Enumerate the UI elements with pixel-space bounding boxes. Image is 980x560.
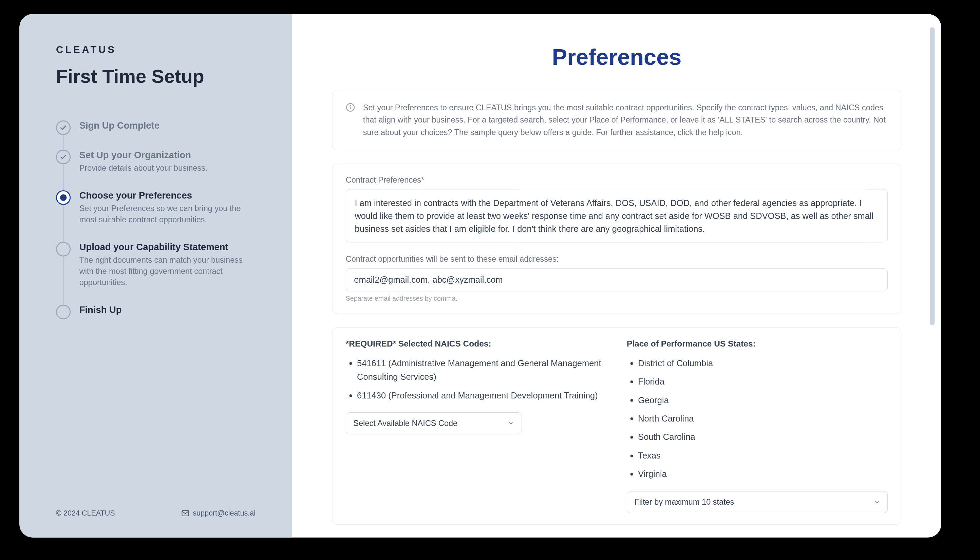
naics-list: 541611 (Administrative Management and Ge… [346,357,607,403]
step-choose-preferences[interactable]: Choose your Preferences Set your Prefere… [56,190,256,242]
check-icon [56,120,71,135]
naics-item: 541611 (Administrative Management and Ge… [357,357,607,384]
step-setup-org[interactable]: Set Up your Organization Provide details… [56,150,256,190]
page-title: First Time Setup [56,65,256,87]
naics-select[interactable]: Select Available NAICS Code [346,412,522,435]
naics-select-placeholder: Select Available NAICS Code [353,419,458,428]
step-signup-complete[interactable]: Sign Up Complete [56,120,256,149]
state-item: Virginia [638,467,888,481]
sidebar: CLEATUS First Time Setup Sign Up Complet… [19,14,292,538]
state-item: North Carolina [638,412,888,426]
naics-column: *REQUIRED* Selected NAICS Codes: 541611 … [346,339,607,513]
states-label: Place of Performance US States: [627,339,888,348]
states-select-placeholder: Filter by maximum 10 states [634,497,734,507]
step-upload-capability[interactable]: Upload your Capability Statement The rig… [56,242,256,305]
svg-point-3 [350,105,351,105]
scrollbar[interactable] [930,27,935,524]
email-label: Contract opportunities will be sent to t… [346,254,888,263]
step-desc: Provide details about your business. [80,162,256,173]
step-desc: The right documents can match your busin… [80,254,256,288]
state-item: Georgia [638,393,888,407]
device-frame: CLEATUS First Time Setup Sign Up Complet… [7,2,954,550]
naics-label: *REQUIRED* Selected NAICS Codes: [346,339,607,348]
sidebar-footer: © 2024 CLEATUS support@cleatus.ai [56,509,256,517]
contract-prefs-card: Contract Preferences* Contract opportuni… [332,163,901,313]
svg-rect-0 [182,510,189,516]
states-list: District of Columbia Florida Georgia Nor… [627,357,888,481]
step-title: Finish Up [80,305,256,315]
step-title: Sign Up Complete [80,120,256,131]
check-icon [56,150,71,164]
state-item: District of Columbia [638,357,888,370]
pending-step-icon [56,242,71,256]
state-item: Texas [638,449,888,463]
state-item: Florida [638,375,888,388]
states-column: Place of Performance US States: District… [627,339,888,513]
main-content: Preferences Set your Preferences to ensu… [292,14,941,538]
main-title: Preferences [332,44,901,70]
app-window: CLEATUS First Time Setup Sign Up Complet… [19,14,941,538]
email-helper: Separate email addresses by comma. [346,294,888,302]
active-step-icon [56,190,71,205]
info-card: Set your Preferences to ensure CLEATUS b… [332,90,901,150]
scroll-thumb[interactable] [930,27,935,325]
chevron-down-icon [507,420,514,427]
chevron-down-icon [874,498,880,505]
step-desc: Set your Preferences so we can bring you… [80,203,256,225]
step-title: Set Up your Organization [80,150,256,160]
naics-item: 611430 (Professional and Management Deve… [357,388,607,403]
step-title: Choose your Preferences [80,190,256,201]
state-item: South Carolina [638,430,888,444]
states-select[interactable]: Filter by maximum 10 states [627,491,888,513]
info-text: Set your Preferences to ensure CLEATUS b… [363,101,888,138]
support-email: support@cleatus.ai [193,509,256,517]
app-logo: CLEATUS [56,44,256,55]
info-icon [346,102,355,113]
email-input[interactable] [346,268,888,291]
copyright: © 2024 CLEATUS [56,509,115,517]
mail-icon [181,509,190,517]
step-title: Upload your Capability Statement [80,242,256,252]
step-finish-up[interactable]: Finish Up [56,305,256,333]
setup-steps: Sign Up Complete Set Up your Organizatio… [56,120,256,333]
pending-step-icon [56,305,71,319]
contract-prefs-textarea[interactable] [346,189,888,242]
naics-states-card: *REQUIRED* Selected NAICS Codes: 541611 … [332,327,901,524]
support-link[interactable]: support@cleatus.ai [181,509,256,517]
contract-prefs-label: Contract Preferences* [346,175,888,184]
